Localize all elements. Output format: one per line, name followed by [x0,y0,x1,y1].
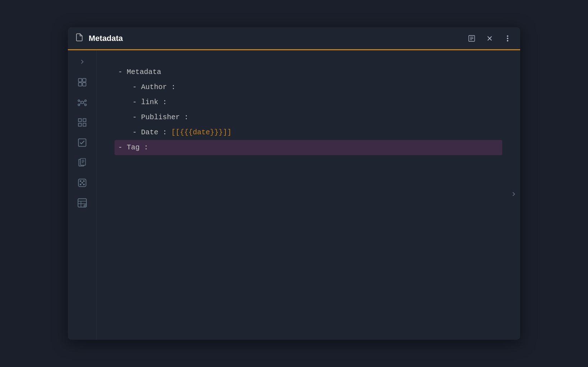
tree-root-item[interactable]: - Metadata [118,65,499,80]
svg-rect-31 [80,158,85,165]
editor-area: - Metadata - Author : - link : - Publish… [97,50,520,340]
sidebar [68,50,97,340]
svg-line-18 [80,101,81,102]
svg-point-40 [81,182,83,184]
tree-root: - Metadata - Author : - link : - Publish… [118,65,499,155]
svg-rect-10 [83,79,86,82]
sidebar-items [68,73,96,212]
titlebar: Metadata [68,27,520,50]
window-title: Metadata [89,34,466,43]
svg-rect-11 [78,83,81,86]
tree-link-label: - link : [132,96,167,109]
close-button[interactable] [484,33,495,44]
title-doc-icon [75,33,84,44]
svg-rect-12 [83,83,86,86]
svg-rect-23 [83,119,86,122]
tree-date-value: [[{{{date}}}]] [171,126,232,139]
svg-point-14 [78,100,80,102]
svg-point-37 [83,181,84,182]
tree-date-label: - Date : [132,126,167,139]
sidebar-item-table-settings[interactable] [73,194,91,212]
tree-tag-label: - Tag : [118,141,148,154]
tree-publisher-label: - Publisher : [132,111,188,124]
tree-author-label: - Author : [132,80,176,94]
svg-point-39 [83,184,84,185]
sidebar-item-network[interactable] [73,93,91,111]
content-area: - Metadata - Author : - link : - Publish… [97,50,520,340]
svg-point-36 [80,181,81,182]
tree-item-link[interactable]: - link : [118,95,499,110]
svg-line-21 [83,103,85,104]
content-right-arrow[interactable] [507,186,520,204]
tree-item-date[interactable]: - Date : [[{{{date}}}]] [118,125,499,140]
sidebar-item-dice[interactable] [73,174,91,192]
svg-point-38 [80,184,81,185]
svg-point-17 [85,104,87,106]
svg-rect-25 [83,123,86,126]
main-layout: - Metadata - Author : - link : - Publish… [68,50,520,340]
sidebar-expand-arrow[interactable] [74,54,90,70]
svg-line-20 [80,103,81,104]
svg-point-13 [81,101,83,104]
sidebar-item-grid[interactable] [73,113,91,131]
tree-item-author[interactable]: - Author : [118,80,499,95]
svg-point-15 [85,100,87,102]
sidebar-item-dashboard[interactable] [73,73,91,91]
tree-item-tag[interactable]: - Tag : [115,140,502,155]
svg-line-19 [83,101,85,102]
main-window: Metadata [68,27,520,340]
tree-item-publisher[interactable]: - Publisher : [118,110,499,125]
titlebar-actions [466,33,513,44]
svg-rect-22 [78,119,81,122]
sidebar-item-documents[interactable] [73,154,91,172]
svg-point-7 [507,38,508,39]
notes-button[interactable] [466,33,477,44]
svg-rect-24 [78,123,81,126]
tree-root-label: - Metadata [118,65,161,79]
svg-point-8 [507,40,508,41]
sidebar-item-checklist[interactable] [73,134,91,152]
more-options-button[interactable] [502,33,513,44]
svg-point-16 [78,104,80,106]
sidebar-nav-top [68,54,96,70]
svg-rect-9 [78,79,81,82]
svg-point-6 [507,36,508,37]
